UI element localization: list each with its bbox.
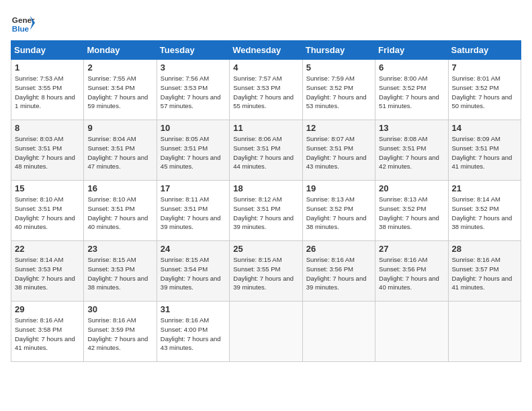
- day-info: Sunrise: 8:14 AM Sunset: 3:53 PM Dayligh…: [15, 255, 80, 292]
- calendar-cell: 24 Sunrise: 8:15 AM Sunset: 3:54 PM Dayl…: [157, 241, 229, 302]
- day-info: Sunrise: 8:04 AM Sunset: 3:51 PM Dayligh…: [87, 134, 152, 171]
- day-number: 22: [15, 244, 80, 254]
- day-info: Sunrise: 8:00 AM Sunset: 3:52 PM Dayligh…: [379, 74, 444, 111]
- day-info: Sunrise: 8:06 AM Sunset: 3:51 PM Dayligh…: [233, 134, 298, 171]
- day-number: 3: [161, 62, 226, 73]
- day-info: Sunrise: 8:14 AM Sunset: 3:52 PM Dayligh…: [452, 195, 517, 232]
- logo-icon: General Blue: [11, 11, 35, 35]
- day-info: Sunrise: 8:09 AM Sunset: 3:51 PM Dayligh…: [452, 134, 517, 171]
- calendar-cell: 30 Sunrise: 8:16 AM Sunset: 3:59 PM Dayl…: [84, 302, 157, 362]
- calendar-week-row: 8 Sunrise: 8:03 AM Sunset: 3:51 PM Dayli…: [11, 120, 521, 181]
- calendar-cell: 27 Sunrise: 8:16 AM Sunset: 3:56 PM Dayl…: [375, 241, 448, 302]
- day-number: 11: [233, 123, 298, 133]
- header-tuesday: Tuesday: [157, 41, 229, 60]
- day-info: Sunrise: 8:16 AM Sunset: 4:00 PM Dayligh…: [161, 316, 226, 353]
- calendar-week-row: 1 Sunrise: 7:53 AM Sunset: 3:55 PM Dayli…: [11, 60, 521, 120]
- day-number: 2: [87, 62, 152, 73]
- svg-text:Blue: Blue: [12, 24, 30, 33]
- day-info: Sunrise: 8:16 AM Sunset: 3:58 PM Dayligh…: [15, 316, 80, 353]
- header-sunday: Sunday: [11, 41, 84, 60]
- day-info: Sunrise: 7:57 AM Sunset: 3:53 PM Dayligh…: [233, 74, 298, 111]
- day-number: 17: [161, 183, 226, 193]
- calendar-cell: 20 Sunrise: 8:13 AM Sunset: 3:52 PM Dayl…: [375, 181, 448, 241]
- day-info: Sunrise: 8:13 AM Sunset: 3:52 PM Dayligh…: [306, 195, 371, 232]
- calendar-cell: 12 Sunrise: 8:07 AM Sunset: 3:51 PM Dayl…: [302, 120, 375, 181]
- calendar-cell: 21 Sunrise: 8:14 AM Sunset: 3:52 PM Dayl…: [448, 181, 521, 241]
- calendar-week-row: 22 Sunrise: 8:14 AM Sunset: 3:53 PM Dayl…: [11, 241, 521, 302]
- day-info: Sunrise: 7:59 AM Sunset: 3:52 PM Dayligh…: [306, 74, 371, 111]
- calendar-cell: 19 Sunrise: 8:13 AM Sunset: 3:52 PM Dayl…: [302, 181, 375, 241]
- calendar-cell: 31 Sunrise: 8:16 AM Sunset: 4:00 PM Dayl…: [157, 302, 229, 362]
- calendar-cell: 2 Sunrise: 7:55 AM Sunset: 3:54 PM Dayli…: [84, 60, 157, 120]
- day-number: 8: [15, 123, 80, 133]
- day-info: Sunrise: 8:15 AM Sunset: 3:54 PM Dayligh…: [161, 255, 226, 292]
- calendar-cell: 11 Sunrise: 8:06 AM Sunset: 3:51 PM Dayl…: [230, 120, 302, 181]
- day-number: 18: [233, 183, 298, 193]
- day-info: Sunrise: 8:16 AM Sunset: 3:59 PM Dayligh…: [87, 316, 152, 353]
- day-info: Sunrise: 8:11 AM Sunset: 3:51 PM Dayligh…: [161, 195, 226, 232]
- day-number: 20: [379, 183, 444, 193]
- day-number: 30: [87, 304, 152, 314]
- day-number: 16: [87, 183, 152, 193]
- day-info: Sunrise: 8:12 AM Sunset: 3:51 PM Dayligh…: [233, 195, 298, 232]
- day-number: 26: [306, 244, 371, 254]
- day-info: Sunrise: 8:16 AM Sunset: 3:57 PM Dayligh…: [452, 255, 517, 292]
- calendar-cell: 9 Sunrise: 8:04 AM Sunset: 3:51 PM Dayli…: [84, 120, 157, 181]
- calendar-cell: 17 Sunrise: 8:11 AM Sunset: 3:51 PM Dayl…: [157, 181, 229, 241]
- calendar-header-row: SundayMondayTuesdayWednesdayThursdayFrid…: [11, 41, 521, 60]
- day-info: Sunrise: 8:08 AM Sunset: 3:51 PM Dayligh…: [379, 134, 444, 171]
- calendar-cell: 10 Sunrise: 8:05 AM Sunset: 3:51 PM Dayl…: [157, 120, 229, 181]
- day-number: 29: [15, 304, 80, 314]
- calendar-week-row: 15 Sunrise: 8:10 AM Sunset: 3:51 PM Dayl…: [11, 181, 521, 241]
- day-info: Sunrise: 8:16 AM Sunset: 3:56 PM Dayligh…: [306, 255, 371, 292]
- logo: General Blue: [11, 11, 35, 35]
- calendar-cell: 25 Sunrise: 8:15 AM Sunset: 3:55 PM Dayl…: [230, 241, 302, 302]
- day-number: 31: [161, 304, 226, 314]
- day-number: 5: [306, 62, 371, 73]
- day-info: Sunrise: 8:16 AM Sunset: 3:56 PM Dayligh…: [379, 255, 444, 292]
- svg-text:General: General: [12, 15, 35, 24]
- day-number: 13: [379, 123, 444, 133]
- day-number: 4: [233, 62, 298, 73]
- day-number: 10: [161, 123, 226, 133]
- calendar-table: SundayMondayTuesdayWednesdayThursdayFrid…: [11, 40, 521, 362]
- calendar-week-row: 29 Sunrise: 8:16 AM Sunset: 3:58 PM Dayl…: [11, 302, 521, 362]
- day-info: Sunrise: 7:53 AM Sunset: 3:55 PM Dayligh…: [15, 74, 80, 111]
- day-info: Sunrise: 8:07 AM Sunset: 3:51 PM Dayligh…: [306, 134, 371, 171]
- day-number: 25: [233, 244, 298, 254]
- header-thursday: Thursday: [302, 41, 375, 60]
- calendar-cell: [448, 302, 521, 362]
- calendar-cell: 3 Sunrise: 7:56 AM Sunset: 3:53 PM Dayli…: [157, 60, 229, 120]
- day-number: 23: [87, 244, 152, 254]
- calendar-cell: 4 Sunrise: 7:57 AM Sunset: 3:53 PM Dayli…: [230, 60, 302, 120]
- calendar-cell: [230, 302, 302, 362]
- calendar-cell: [375, 302, 448, 362]
- header-monday: Monday: [84, 41, 157, 60]
- calendar-cell: 15 Sunrise: 8:10 AM Sunset: 3:51 PM Dayl…: [11, 181, 84, 241]
- day-number: 14: [452, 123, 517, 133]
- calendar-cell: 23 Sunrise: 8:15 AM Sunset: 3:53 PM Dayl…: [84, 241, 157, 302]
- calendar-cell: 26 Sunrise: 8:16 AM Sunset: 3:56 PM Dayl…: [302, 241, 375, 302]
- day-number: 27: [379, 244, 444, 254]
- page-header: General Blue: [11, 11, 521, 35]
- calendar-cell: 8 Sunrise: 8:03 AM Sunset: 3:51 PM Dayli…: [11, 120, 84, 181]
- day-number: 19: [306, 183, 371, 193]
- day-info: Sunrise: 8:01 AM Sunset: 3:52 PM Dayligh…: [452, 74, 517, 111]
- day-number: 21: [452, 183, 517, 193]
- calendar-cell: 16 Sunrise: 8:10 AM Sunset: 3:51 PM Dayl…: [84, 181, 157, 241]
- calendar-cell: 14 Sunrise: 8:09 AM Sunset: 3:51 PM Dayl…: [448, 120, 521, 181]
- calendar-cell: 18 Sunrise: 8:12 AM Sunset: 3:51 PM Dayl…: [230, 181, 302, 241]
- day-info: Sunrise: 8:15 AM Sunset: 3:55 PM Dayligh…: [233, 255, 298, 292]
- header-wednesday: Wednesday: [230, 41, 302, 60]
- header-friday: Friday: [375, 41, 448, 60]
- day-number: 6: [379, 62, 444, 73]
- day-number: 12: [306, 123, 371, 133]
- day-number: 7: [452, 62, 517, 73]
- day-info: Sunrise: 8:15 AM Sunset: 3:53 PM Dayligh…: [87, 255, 152, 292]
- day-number: 15: [15, 183, 80, 193]
- calendar-cell: 28 Sunrise: 8:16 AM Sunset: 3:57 PM Dayl…: [448, 241, 521, 302]
- day-info: Sunrise: 8:10 AM Sunset: 3:51 PM Dayligh…: [87, 195, 152, 232]
- header-saturday: Saturday: [448, 41, 521, 60]
- day-number: 28: [452, 244, 517, 254]
- calendar-cell: 5 Sunrise: 7:59 AM Sunset: 3:52 PM Dayli…: [302, 60, 375, 120]
